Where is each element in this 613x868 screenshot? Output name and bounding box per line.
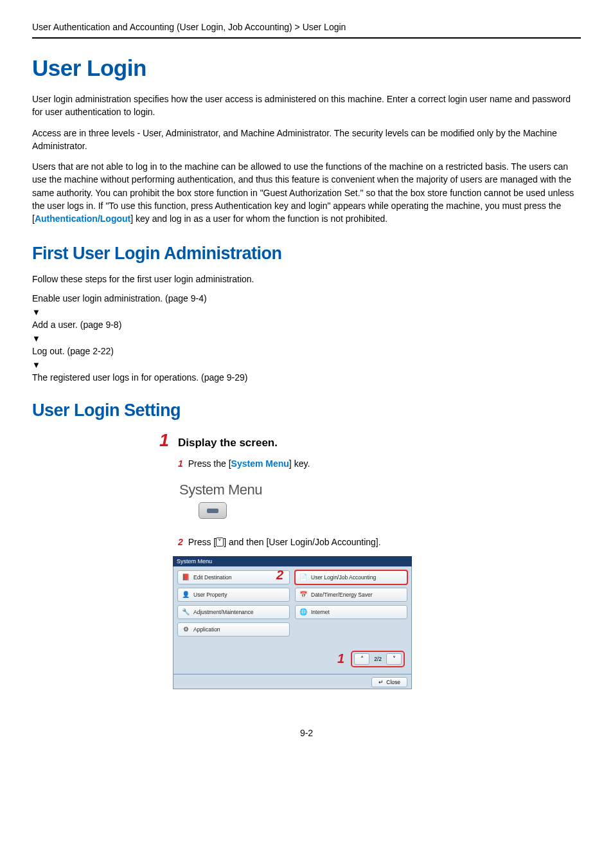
substep-2: 2 Press [˅] and then [User Login/Job Acc… xyxy=(178,537,581,547)
down-arrow-icon: ▼ xyxy=(32,334,581,343)
app-icon: ⚙ xyxy=(181,625,190,634)
chevron-up-icon: ˄ xyxy=(360,655,364,662)
step-number-1: 1 xyxy=(151,431,169,451)
first-user-login-intro: Follow these steps for the first user lo… xyxy=(32,273,581,285)
panel-btn-internet[interactable]: 🌐 Internet xyxy=(295,605,407,619)
system-menu-key-label: System Menu xyxy=(231,458,289,469)
callout-2: 2 xyxy=(276,568,283,583)
pager-indicator: 2/2 xyxy=(372,656,384,662)
page-down-button[interactable]: ˅ xyxy=(386,653,402,665)
step-title-display-screen: Display the screen. xyxy=(178,437,278,449)
panel-btn-edit-destination[interactable]: 📕 Edit Destination xyxy=(177,570,290,584)
step-enable: Enable user login administration. (page … xyxy=(32,293,581,303)
chevron-down-icon: ˅ xyxy=(216,538,224,547)
substep-1-text-a: Press the [ xyxy=(188,458,231,469)
panel-btn-application[interactable]: ⚙ Application xyxy=(177,622,290,637)
substep-1: 1 Press the [System Menu] key. xyxy=(178,458,581,469)
panel-btn-adjustment-maintenance[interactable]: 🔧 Adjustment/Maintenance xyxy=(177,605,290,619)
first-user-login-heading: First User Login Administration xyxy=(32,244,581,264)
system-menu-key-caption: System Menu xyxy=(179,482,581,498)
panel-btn-label: Edit Destination xyxy=(193,574,232,581)
step-login: The registered user logs in for operatio… xyxy=(32,372,581,383)
down-arrow-icon: ▼ xyxy=(32,307,581,317)
panel-btn-user-login-job-accounting[interactable]: 📄 User Login/Job Accounting xyxy=(295,570,407,584)
close-button[interactable]: ↵ Close xyxy=(371,677,407,687)
page-number: 9-2 xyxy=(32,728,581,738)
panel-btn-label: Date/Timer/Energy Saver xyxy=(311,592,373,598)
pager-highlight-box: ˄ 2/2 ˅ xyxy=(351,651,405,667)
panel-btn-user-property[interactable]: 👤 User Property xyxy=(177,588,290,602)
panel-btn-label: Adjustment/Maintenance xyxy=(193,609,254,615)
user-login-setting-heading: User Login Setting xyxy=(32,401,581,420)
intro-paragraph-1: User login administration specifies how … xyxy=(32,93,581,119)
procedure-step-1: 1 Display the screen. xyxy=(151,431,581,451)
substep-2-number: 2 xyxy=(178,537,183,547)
callout-1: 1 xyxy=(337,651,344,666)
chevron-down-icon: ˅ xyxy=(393,655,396,662)
system-menu-key-graphic: System Menu xyxy=(179,482,581,519)
panel-titlebar: System Menu xyxy=(173,556,412,566)
down-arrow-icon: ▼ xyxy=(32,360,581,370)
intro-paragraph-2: Access are in three levels - User, Admin… xyxy=(32,127,581,153)
hardware-key-icon xyxy=(199,502,227,519)
breadcrumb: User Authentication and Accounting (User… xyxy=(32,19,581,39)
panel-btn-label: User Login/Job Accounting xyxy=(311,574,376,581)
close-button-label: Close xyxy=(386,679,400,685)
intro-paragraph-3b: ] key and log in as a user for whom the … xyxy=(130,213,387,224)
touch-panel-screenshot: System Menu 2 📕 Edit Destination 👤 User … xyxy=(173,556,412,689)
page-title: User Login xyxy=(32,55,581,81)
globe-icon: 🌐 xyxy=(299,608,308,617)
substep-2-text-b: ] and then [User Login/Job Accounting]. xyxy=(224,537,380,547)
panel-btn-label: Application xyxy=(193,626,220,633)
intro-paragraph-3: Users that are not able to log in to the… xyxy=(32,160,581,225)
panel-btn-date-timer-energy-saver[interactable]: 📅 Date/Timer/Energy Saver xyxy=(295,588,407,602)
substep-1-number: 1 xyxy=(178,458,183,469)
panel-btn-label: Internet xyxy=(311,609,330,615)
address-book-icon: 📕 xyxy=(181,573,190,582)
accounting-icon: 📄 xyxy=(299,573,308,582)
user-lock-icon: 👤 xyxy=(181,590,190,599)
auth-logout-key-label: Authentication/Logout xyxy=(35,213,130,224)
return-icon: ↵ xyxy=(378,679,384,685)
page-up-button[interactable]: ˄ xyxy=(354,653,369,665)
substep-2-text-a: Press [ xyxy=(188,537,217,547)
calendar-icon: 📅 xyxy=(299,590,308,599)
substep-1-text-b: ] key. xyxy=(289,458,310,469)
step-logout: Log out. (page 2-22) xyxy=(32,346,581,356)
panel-btn-label: User Property xyxy=(193,592,227,598)
step-add-user: Add a user. (page 9-8) xyxy=(32,320,581,330)
wrench-icon: 🔧 xyxy=(181,608,190,617)
